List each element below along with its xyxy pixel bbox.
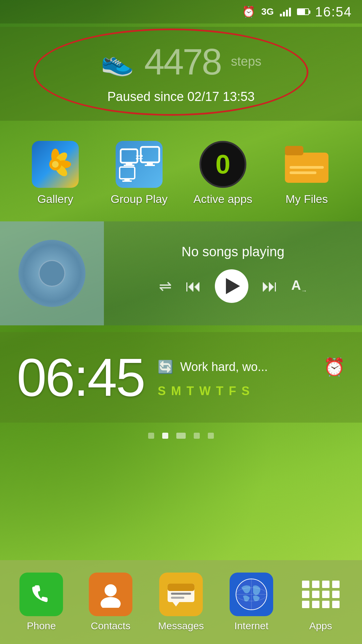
step-counter-widget[interactable]: 👟 4478 steps Paused since 02/17 13:53 <box>0 27 362 121</box>
play-triangle-icon <box>226 278 240 294</box>
apps-grid-icon <box>302 581 340 608</box>
days-row: S M T W T F S <box>158 384 345 398</box>
contacts-dock-item[interactable]: Contacts <box>89 573 132 632</box>
group-play-app-icon[interactable]: ⇄ Group Play <box>106 141 173 206</box>
svg-rect-14 <box>145 165 155 166</box>
contacts-svg-icon <box>97 581 124 608</box>
music-player-widget[interactable]: No songs playing ⇌ ⏮ ⏭ A→ <box>0 221 362 325</box>
refresh-icon: 🔄 <box>158 360 173 374</box>
svg-rect-17 <box>122 180 132 182</box>
phone-svg-icon <box>29 583 53 606</box>
status-time: 16:54 <box>315 4 352 19</box>
steps-label: steps <box>231 54 261 69</box>
internet-svg-icon <box>235 578 268 611</box>
my-files-label: My Files <box>286 193 328 206</box>
group-play-svg-icon: ⇄ <box>116 141 163 188</box>
svg-text:⇄: ⇄ <box>135 152 143 162</box>
battery-icon <box>297 8 309 15</box>
step-pause-text: Paused since 02/17 13:53 <box>20 90 342 104</box>
svg-rect-25 <box>168 584 194 591</box>
svg-marker-28 <box>173 602 179 606</box>
apps-dock-item[interactable]: Apps <box>299 573 343 632</box>
alarm-bell-icon: ⏰ <box>323 357 345 377</box>
step-counter-row: 👟 4478 steps <box>20 40 342 83</box>
day-T2: T <box>216 384 223 398</box>
internet-label: Internet <box>234 620 268 632</box>
alarm-row: 🔄 Work hard, wo... ⏰ <box>158 357 345 377</box>
album-art <box>0 221 104 325</box>
my-files-app-icon[interactable]: My Files <box>273 141 340 206</box>
internet-icon <box>230 573 273 616</box>
svg-rect-20 <box>290 166 324 169</box>
music-title: No songs playing <box>114 244 352 259</box>
active-apps-icon-image: 0 <box>199 141 246 188</box>
messages-dock-item[interactable]: Messages <box>158 573 204 632</box>
svg-point-22 <box>105 584 117 596</box>
active-apps-badge: 0 <box>216 149 231 180</box>
messages-svg-icon <box>166 581 196 608</box>
svg-rect-27 <box>171 597 184 599</box>
svg-point-6 <box>52 161 59 168</box>
page-dot-2[interactable] <box>162 433 168 439</box>
network-indicator: 3G <box>261 6 274 17</box>
clock-right-panel: 🔄 Work hard, wo... ⏰ S M T W T F S <box>158 357 345 398</box>
prev-button[interactable]: ⏮ <box>185 277 201 295</box>
alarm-label: Work hard, wo... <box>180 360 267 374</box>
phone-dock-item[interactable]: Phone <box>19 573 63 632</box>
shuffle-button[interactable]: ⇌ <box>159 277 172 295</box>
messages-icon <box>159 573 203 616</box>
dock: Phone Contacts Messages <box>0 560 362 644</box>
status-bar: ⏰ 3G 16:54 <box>0 0 362 23</box>
svg-rect-13 <box>147 162 153 165</box>
next-button[interactable]: ⏭ <box>262 277 278 295</box>
svg-rect-19 <box>285 146 303 155</box>
day-M: M <box>171 384 181 398</box>
play-button[interactable] <box>215 269 248 303</box>
app-icons-grid: Gallery ⇄ <box>0 134 362 212</box>
my-files-icon-image <box>283 141 330 188</box>
day-F: F <box>229 384 236 398</box>
phone-icon <box>19 573 63 616</box>
svg-rect-10 <box>124 165 134 166</box>
step-count: 4478 <box>144 40 221 83</box>
day-S1: S <box>158 384 166 398</box>
day-W: W <box>199 384 210 398</box>
music-buttons: ⇌ ⏮ ⏭ A→ <box>114 269 352 303</box>
lyrics-button[interactable]: A→ <box>291 278 307 294</box>
page-dot-3[interactable] <box>176 433 186 439</box>
messages-label: Messages <box>158 620 204 632</box>
active-apps-app-icon[interactable]: 0 Active apps <box>189 141 256 206</box>
page-dot-5[interactable] <box>208 433 214 439</box>
page-dot-1[interactable] <box>148 433 154 439</box>
gallery-svg-icon <box>32 141 79 188</box>
my-files-svg-icon <box>285 146 328 183</box>
status-icons: ⏰ 3G 16:54 <box>242 4 352 19</box>
svg-rect-9 <box>126 163 132 165</box>
active-apps-label: Active apps <box>193 193 252 206</box>
shoe-icon: 👟 <box>101 46 134 77</box>
svg-rect-26 <box>171 593 191 595</box>
day-T1: T <box>186 384 194 398</box>
apps-icon <box>299 573 343 616</box>
svg-point-23 <box>101 597 121 608</box>
group-play-label: Group Play <box>111 193 168 206</box>
page-dot-4[interactable] <box>194 433 200 439</box>
signal-strength-icon <box>280 7 291 16</box>
phone-label: Phone <box>27 620 56 632</box>
gallery-label: Gallery <box>37 193 73 206</box>
svg-rect-21 <box>290 171 316 174</box>
contacts-icon <box>89 573 132 616</box>
apps-label: Apps <box>309 620 332 632</box>
svg-rect-16 <box>124 179 130 180</box>
contacts-label: Contacts <box>91 620 130 632</box>
page-dots <box>0 433 362 439</box>
group-play-icon-image: ⇄ <box>116 141 163 188</box>
album-disc <box>18 240 85 307</box>
clock-alarm-widget[interactable]: 06:45 🔄 Work hard, wo... ⏰ S M T W T F S <box>0 332 362 423</box>
album-disc-inner <box>39 260 65 287</box>
alarm-status-icon: ⏰ <box>242 5 255 18</box>
internet-dock-item[interactable]: Internet <box>230 573 273 632</box>
gallery-icon-image <box>32 141 79 188</box>
music-controls: No songs playing ⇌ ⏮ ⏭ A→ <box>104 221 362 325</box>
gallery-app-icon[interactable]: Gallery <box>22 141 89 206</box>
